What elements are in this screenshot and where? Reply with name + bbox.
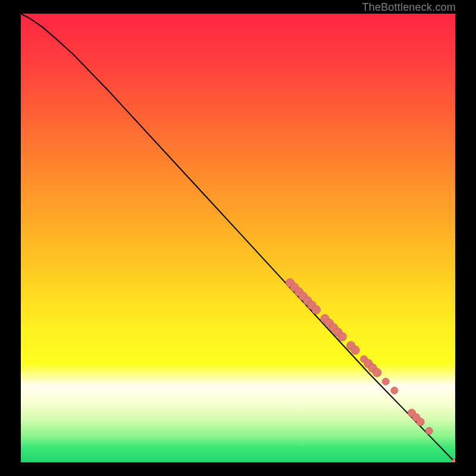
attribution-label: TheBottleneck.com [362, 1, 456, 14]
plot-gradient-background [21, 14, 455, 462]
chart-stage: TheBottleneck.com [0, 0, 476, 476]
